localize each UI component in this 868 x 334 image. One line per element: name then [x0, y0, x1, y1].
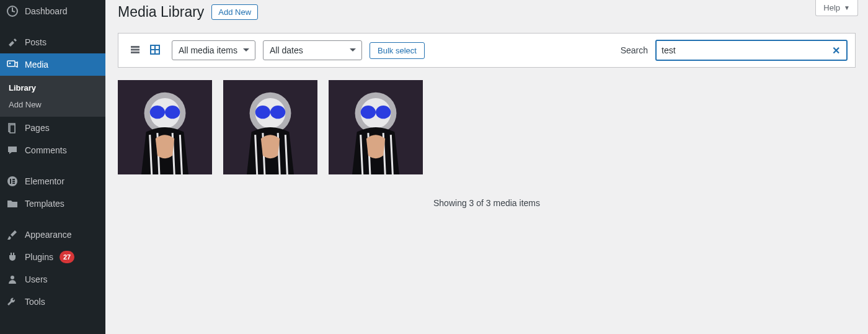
thumbnail-image: [329, 80, 423, 174]
sidebar-item-label: Tools: [25, 297, 45, 307]
help-tab[interactable]: Help ▼: [815, 0, 858, 16]
svg-point-36: [376, 106, 391, 119]
view-list-button[interactable]: [126, 41, 144, 60]
svg-rect-4: [10, 125, 15, 133]
pin-icon: [6, 36, 19, 48]
sidebar-item-label: Appearance: [25, 230, 72, 240]
search-label: Search: [621, 45, 648, 55]
svg-rect-13: [131, 52, 140, 53]
add-new-button[interactable]: Add New: [211, 4, 258, 20]
help-label: Help: [823, 3, 840, 12]
search-input[interactable]: [662, 45, 826, 55]
filter-media-type[interactable]: All media items: [172, 40, 255, 60]
sidebar-item-templates[interactable]: Templates: [0, 192, 105, 215]
view-grid-button[interactable]: [146, 41, 164, 60]
svg-point-29: [270, 106, 285, 119]
main-content: Help ▼ Media Library Add New All media i…: [105, 0, 868, 334]
svg-rect-6: [10, 179, 11, 184]
media-icon: [6, 58, 19, 71]
svg-rect-11: [131, 46, 140, 48]
filter-dates-wrap: All dates: [263, 40, 362, 60]
view-switch: [126, 41, 164, 60]
sidebar-item-label: Elementor: [25, 176, 64, 186]
sidebar-item-label: Dashboard: [25, 6, 68, 16]
sidebar-item-plugins[interactable]: Plugins 27: [0, 246, 105, 268]
search-field-wrap: ✕: [655, 40, 848, 61]
filter-media-type-wrap: All media items: [172, 40, 255, 60]
wrench-icon: [6, 296, 19, 308]
sidebar-item-label: Users: [25, 274, 48, 284]
svg-point-35: [361, 106, 376, 119]
sidebar-subitem-add-new[interactable]: Add New: [0, 96, 105, 113]
filter-dates[interactable]: All dates: [263, 40, 362, 60]
bulk-select-button[interactable]: Bulk select: [370, 42, 425, 59]
sidebar-item-pages[interactable]: Pages: [0, 117, 105, 139]
plugins-update-badge: 27: [60, 251, 74, 263]
media-toolbar: All media items All dates Bulk select Se…: [118, 33, 856, 68]
plug-icon: [6, 251, 19, 263]
media-item[interactable]: [223, 80, 317, 174]
svg-rect-1: [7, 61, 15, 66]
admin-sidebar: Dashboard Posts Media Library Add New Pa…: [0, 0, 105, 334]
svg-point-10: [11, 276, 14, 279]
clear-search-button[interactable]: ✕: [829, 43, 843, 57]
media-grid: [105, 80, 868, 174]
sidebar-item-label: Plugins: [25, 252, 53, 262]
dashboard-icon: [6, 5, 19, 17]
comment-icon: [6, 144, 19, 156]
sidebar-item-label: Posts: [25, 37, 46, 47]
sidebar-item-label: Templates: [25, 199, 64, 209]
folder-icon: [6, 197, 19, 210]
elementor-icon: [6, 175, 19, 187]
sidebar-item-comments[interactable]: Comments: [0, 139, 105, 161]
grid-icon: [149, 43, 161, 58]
user-icon: [6, 273, 19, 286]
thumbnail-image: [118, 80, 212, 174]
results-status: Showing 3 of 3 media items: [105, 198, 868, 208]
svg-point-28: [255, 106, 270, 119]
sidebar-item-dashboard[interactable]: Dashboard: [0, 0, 105, 22]
sidebar-submenu-media: Library Add New: [0, 76, 105, 117]
svg-rect-12: [131, 48, 140, 50]
page-title: Media Library: [118, 4, 204, 20]
media-item[interactable]: [329, 80, 423, 174]
page-header: Media Library Add New: [105, 0, 868, 33]
sidebar-item-appearance[interactable]: Appearance: [0, 223, 105, 246]
sidebar-item-elementor[interactable]: Elementor: [0, 170, 105, 192]
brush-icon: [6, 228, 19, 241]
svg-point-2: [9, 63, 11, 65]
sidebar-subitem-library[interactable]: Library: [0, 79, 105, 96]
svg-point-21: [150, 106, 165, 119]
sidebar-item-label: Comments: [25, 145, 67, 155]
svg-rect-7: [12, 179, 15, 180]
sidebar-item-label: Media: [25, 60, 48, 70]
close-icon: ✕: [832, 45, 840, 56]
thumbnail-image: [223, 80, 317, 174]
svg-point-22: [165, 106, 180, 119]
svg-rect-8: [12, 181, 15, 182]
sidebar-item-users[interactable]: Users: [0, 268, 105, 291]
list-icon: [129, 43, 141, 58]
sidebar-item-media[interactable]: Media: [0, 53, 105, 76]
chevron-down-icon: ▼: [844, 4, 850, 11]
page-icon: [6, 122, 19, 134]
sidebar-item-tools[interactable]: Tools: [0, 291, 105, 313]
media-item[interactable]: [118, 80, 212, 174]
svg-rect-9: [12, 183, 15, 184]
sidebar-item-label: Pages: [25, 123, 50, 133]
sidebar-item-posts[interactable]: Posts: [0, 31, 105, 53]
